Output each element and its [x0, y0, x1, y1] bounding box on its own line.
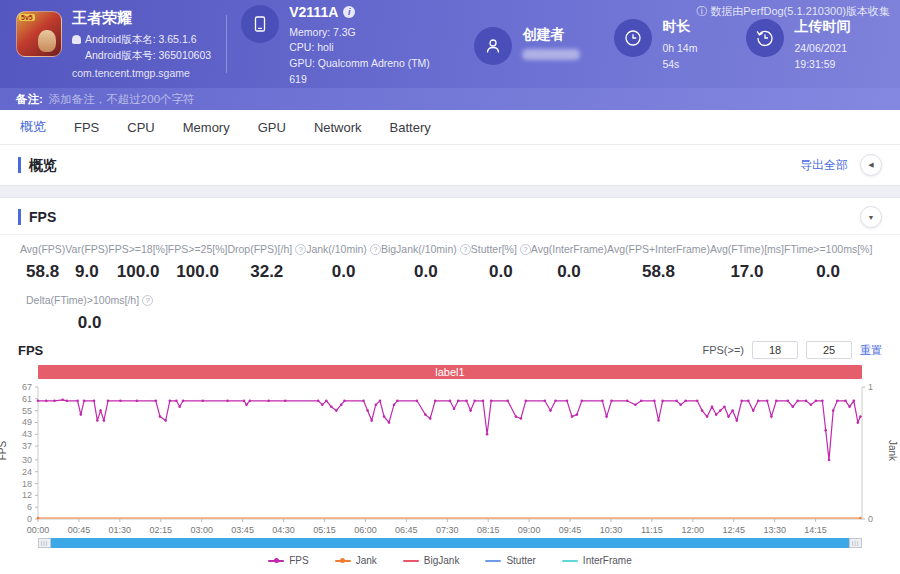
stat-cell: FPS>=18[%]100.0 [108, 243, 168, 282]
data-point [605, 415, 608, 418]
x-tick-label: 00:45 [68, 525, 91, 535]
data-point [249, 400, 252, 403]
legend-marker [562, 560, 578, 562]
data-point [848, 405, 851, 408]
data-point [388, 421, 391, 424]
export-all-link[interactable]: 导出全部 [800, 157, 848, 174]
data-point [424, 413, 427, 416]
data-point [634, 403, 637, 406]
stat-value: 0.0 [26, 313, 153, 333]
x-tick-label: 09:00 [518, 525, 541, 535]
duration-label: 时长 [662, 18, 712, 36]
data-point [321, 403, 324, 406]
legend-marker [403, 560, 419, 562]
note-bar[interactable]: 备注: 添加备注，不超过200个字符 [0, 88, 900, 110]
fps-threshold-input-2[interactable] [806, 341, 852, 359]
stat-label: Avg(FTime)[ms] [710, 243, 784, 255]
stat-value: 58.8 [607, 262, 710, 282]
tab-memory[interactable]: Memory [169, 110, 244, 144]
data-point [226, 400, 229, 403]
stat-cell: FPS>=25[%]100.0 [168, 243, 228, 282]
data-point [554, 400, 557, 403]
device-info-icon[interactable]: i [343, 6, 355, 18]
scrollbar-handle-right[interactable]: ||| [849, 538, 862, 548]
tab-battery[interactable]: Battery [376, 110, 445, 144]
legend-item-stutter[interactable]: Stutter [485, 555, 535, 566]
data-point [657, 419, 660, 422]
legend-label: FPS [289, 555, 308, 566]
x-tick-label: 09:45 [559, 525, 582, 535]
data-point [828, 459, 831, 462]
data-point [159, 415, 162, 418]
stat-label: Delta(FTime)>100ms[/h]? [26, 294, 153, 306]
collapse-fps-button[interactable]: ▼ [860, 206, 882, 228]
tab-overview[interactable]: 概览 [6, 110, 60, 144]
legend-item-fps[interactable]: FPS [268, 555, 308, 566]
x-tick-label: 00:00 [27, 525, 50, 535]
tab-network[interactable]: Network [300, 110, 376, 144]
game-icon-art [38, 30, 56, 52]
data-point [747, 400, 750, 403]
data-point [787, 400, 790, 403]
legend-item-bigjank[interactable]: BigJank [403, 555, 460, 566]
duration-block: 时长 0h 14m 54s [614, 15, 712, 73]
chart-legend: FPSJankBigJankStutterInterFrame [0, 555, 900, 566]
data-point [37, 517, 40, 520]
y-tick-label: 6 [27, 502, 32, 512]
tab-gpu[interactable]: GPU [244, 110, 300, 144]
stat-value: 17.0 [710, 262, 784, 282]
help-icon[interactable]: ? [295, 244, 306, 255]
tab-cpu[interactable]: CPU [113, 110, 168, 144]
legend-label: Stutter [506, 555, 535, 566]
data-point [844, 400, 847, 403]
chevron-left-icon: ◀ [868, 161, 873, 169]
help-icon[interactable]: ? [520, 244, 531, 255]
data-point [96, 419, 99, 422]
stat-label: Avg(FPS) [20, 243, 65, 255]
legend-item-interframe[interactable]: InterFrame [562, 555, 632, 566]
help-icon[interactable]: ? [460, 244, 471, 255]
data-point [520, 417, 523, 420]
stat-label: FPS>=25[%] [168, 243, 228, 255]
data-point [469, 409, 472, 412]
scrollbar-handle-left[interactable]: ||| [38, 538, 51, 548]
fps-threshold-input-1[interactable] [752, 341, 798, 359]
stat-cell: Avg(FPS)58.8 [20, 243, 65, 282]
data-point [393, 403, 396, 406]
legend-item-jank[interactable]: Jank [335, 555, 377, 566]
collapse-overview-button[interactable]: ◀ [860, 154, 882, 176]
stat-value: 100.0 [168, 262, 228, 282]
data-point [164, 419, 167, 422]
x-tick-label: 06:00 [354, 525, 377, 535]
creator-block: 创建者 [474, 23, 580, 65]
data-point [490, 400, 493, 403]
help-icon[interactable]: ? [142, 295, 153, 306]
reset-link[interactable]: 重置 [860, 343, 882, 358]
chart-scrollbar[interactable]: ||| ||| [38, 538, 862, 548]
data-point [284, 400, 287, 403]
tab-fps[interactable]: FPS [60, 110, 113, 144]
phone-icon [241, 5, 279, 43]
stat-value: 32.2 [227, 262, 306, 282]
help-icon[interactable]: ? [370, 244, 381, 255]
data-point [335, 409, 338, 412]
chart-label-band: label1 [38, 365, 862, 379]
data-point [396, 400, 399, 403]
data-point [37, 400, 40, 403]
data-point [76, 400, 79, 403]
legend-marker [268, 560, 284, 562]
chart-canvas[interactable]: 67615549433730241812601000:0000:4501:300… [0, 379, 900, 535]
x-tick-label: 05:15 [313, 525, 336, 535]
data-point [482, 400, 485, 403]
x-tick-label: 01:30 [109, 525, 132, 535]
data-point [379, 400, 382, 403]
data-point [752, 409, 755, 412]
data-point [653, 400, 656, 403]
data-point [340, 403, 343, 406]
legend-label: Jank [356, 555, 377, 566]
x-tick-label: 08:15 [477, 525, 500, 535]
data-point [696, 400, 699, 403]
data-point [473, 400, 476, 403]
game-name: 王者荣耀 [72, 9, 211, 28]
y-tick-label: 0 [27, 514, 32, 524]
